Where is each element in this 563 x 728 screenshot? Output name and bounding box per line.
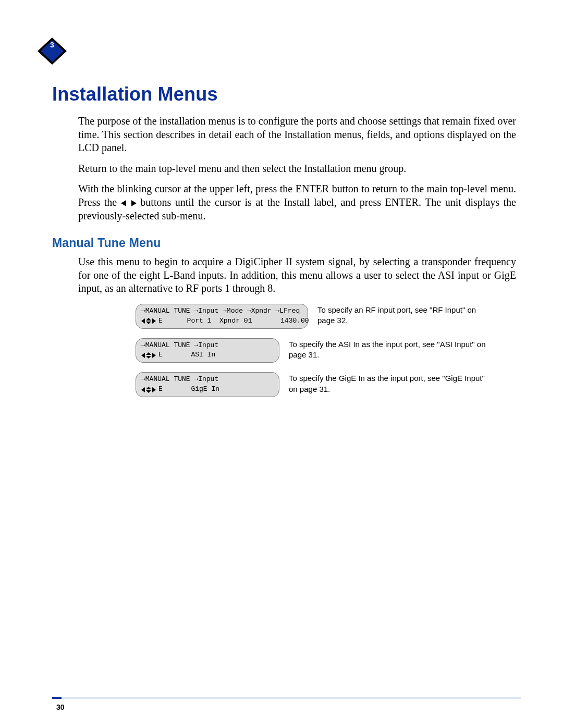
lcd-panel: →MANUAL TUNE →Input E GigE In [136, 372, 279, 397]
svg-marker-13 [146, 387, 151, 389]
svg-marker-8 [141, 353, 145, 358]
svg-marker-14 [146, 390, 151, 393]
lcd-description: To specify the ASI In as the input port,… [289, 339, 495, 361]
manual-tune-paragraph: Use this menu to begin to acquire a Digi… [78, 255, 516, 295]
lcd-line-2: E GigE In [141, 385, 274, 394]
svg-marker-7 [152, 318, 156, 324]
nav-arrows-icon [141, 352, 156, 359]
chapter-number: 3 [36, 41, 68, 49]
lcd-description: To specify the GigE In as the input port… [289, 373, 495, 394]
lcd-line-2: E ASI In [141, 350, 274, 360]
lcd-row: →MANUAL TUNE →Input E ASI In To specify … [136, 338, 495, 363]
body-column: The purpose of the installation menus is… [78, 115, 516, 223]
footer-rule [52, 697, 521, 699]
section-heading-manual-tune: Manual Tune Menu [52, 236, 521, 250]
intro-paragraph-2: Return to the main top-level menu and th… [78, 162, 516, 176]
document-page: 3 Installation Menus The purpose of the … [0, 0, 563, 728]
lcd-line-1: →MANUAL TUNE →Input →Mode →Xpndr →LFreq [141, 306, 302, 316]
lcd-row: →MANUAL TUNE →Input →Mode →Xpndr →LFreq … [136, 304, 495, 329]
p3-post: buttons until the cursor is at the Insta… [78, 196, 516, 221]
svg-marker-15 [152, 387, 156, 392]
svg-marker-3 [131, 200, 137, 206]
svg-marker-2 [121, 200, 126, 206]
body-column-2: Use this menu to begin to acquire a Digi… [78, 255, 516, 295]
svg-marker-9 [146, 352, 151, 355]
lcd-line-2: E Port 1 Xpndr 01 1430.00 [141, 316, 302, 326]
nav-arrows-icon [141, 318, 156, 324]
svg-marker-11 [152, 353, 156, 358]
intro-paragraph-1: The purpose of the installation menus is… [78, 115, 516, 155]
lcd-line-1: →MANUAL TUNE →Input [141, 341, 274, 351]
svg-marker-5 [146, 318, 151, 320]
chapter-marker: 3 [36, 36, 68, 66]
lcd-panel: →MANUAL TUNE →Input E ASI In [136, 338, 279, 363]
lcd-line-1: →MANUAL TUNE →Input [141, 375, 274, 385]
page-number: 30 [56, 703, 65, 711]
lcd-line-2-text: E Port 1 Xpndr 01 1430.00 [158, 316, 309, 326]
left-right-arrow-icon [121, 196, 141, 208]
svg-marker-12 [141, 387, 145, 392]
intro-paragraph-3: With the blinking cursor at the upper le… [78, 182, 516, 223]
lcd-line-2-text: E GigE In [158, 385, 219, 394]
lcd-panel: →MANUAL TUNE →Input →Mode →Xpndr →LFreq … [136, 304, 308, 329]
lcd-examples: →MANUAL TUNE →Input →Mode →Xpndr →LFreq … [136, 304, 495, 397]
svg-marker-4 [141, 318, 145, 324]
lcd-description: To specify an RF input port, see "RF Inp… [317, 305, 495, 326]
svg-marker-10 [146, 356, 151, 359]
svg-marker-6 [146, 322, 151, 324]
lcd-line-2-text: E ASI In [158, 350, 215, 360]
page-title: Installation Menus [52, 83, 521, 105]
lcd-row: →MANUAL TUNE →Input E GigE In To specify… [136, 372, 495, 397]
nav-arrows-icon [141, 387, 156, 393]
